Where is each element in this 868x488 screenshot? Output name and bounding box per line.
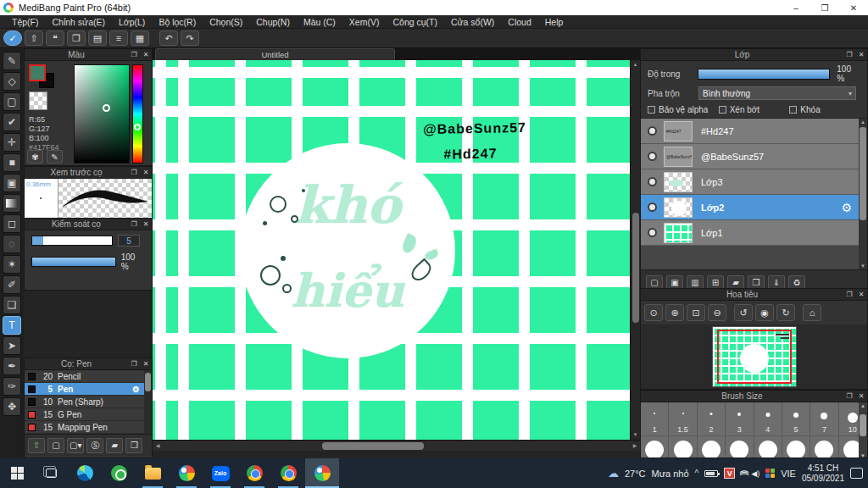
scroll-down-icon[interactable]: ▼ [859, 263, 867, 269]
brush-size-5[interactable]: 5 [782, 402, 810, 436]
defender-icon[interactable] [765, 469, 775, 478]
layer-row-hd247[interactable]: #Hd247 #Hd247 [641, 119, 867, 144]
operation-tool-icon[interactable]: ✔ [3, 113, 21, 131]
task-view-button[interactable] [34, 458, 68, 488]
taskbar-file-explorer[interactable] [136, 458, 170, 488]
menu-tools[interactable]: Công cụ(T) [386, 17, 444, 27]
scrollbar-thumb[interactable] [860, 414, 866, 436]
brush-row-pen-sharp[interactable]: 10 Pen (Sharp) [25, 396, 152, 408]
close-panel-icon[interactable]: ✕ [140, 51, 152, 58]
brush-list-scrollbar[interactable] [144, 370, 152, 434]
brush-size-3[interactable]: 3 [726, 402, 754, 436]
popout-icon[interactable]: ❐ [843, 291, 855, 298]
publish-icon[interactable]: ⇧ [25, 30, 43, 46]
brush-size-1[interactable]: 1 [641, 402, 669, 436]
menu-color[interactable]: Màu (C) [297, 17, 342, 27]
layer-row-lop3[interactable]: Lớp3 [641, 169, 867, 195]
close-panel-icon[interactable]: ✕ [855, 51, 867, 58]
saturation-value-picker[interactable] [74, 64, 130, 164]
script-brush-icon[interactable]: Ⓢ [86, 438, 103, 453]
brush-row-pen[interactable]: 5 Pen ⚙ [25, 383, 152, 396]
scroll-down-icon[interactable]: ▼ [631, 430, 640, 440]
menu-edit[interactable]: Chỉnh sửa(E) [46, 17, 112, 27]
brush-folder-icon[interactable]: ▰ [106, 438, 123, 453]
brush-size-2[interactable]: 2 [698, 402, 726, 436]
menu-view[interactable]: Xem(V) [342, 17, 387, 27]
brush-size-scrollbar[interactable]: ▲ ▼ [859, 402, 867, 458]
text-tool-icon[interactable]: T [3, 316, 21, 335]
layer-row-lop1[interactable]: Lớp1 [641, 220, 867, 246]
hand-tool-icon[interactable]: ✥ [3, 397, 21, 416]
menu-snap[interactable]: Chụp(N) [249, 17, 297, 27]
bucket-tool-icon[interactable]: ▣ [3, 174, 21, 192]
blend-mode-select[interactable]: Bình thường ▾ [698, 86, 856, 100]
popout-icon[interactable]: ❐ [128, 220, 140, 228]
zoom-tool-icon[interactable]: ⊙ [644, 304, 663, 321]
menu-help[interactable]: Help [538, 17, 570, 27]
move-tool-icon[interactable]: ✛ [3, 133, 21, 152]
canvas-viewport[interactable]: khó hiểu @BabeSunz57 #Hd247 [153, 60, 630, 440]
scrollbar-thumb[interactable] [632, 213, 639, 323]
zoom-out-icon[interactable]: ⊖ [708, 304, 726, 321]
brush-size-7[interactable]: 7 [810, 402, 838, 436]
weather-temp[interactable]: 27°C [625, 469, 646, 479]
wifi-icon[interactable]: ))) [738, 471, 748, 475]
layer-opacity-slider[interactable] [698, 69, 830, 80]
popout-icon[interactable]: ❐ [128, 51, 140, 58]
unikey-icon[interactable]: V [724, 468, 735, 479]
protect-alpha-checkbox[interactable]: Bảo vệ alpha [648, 105, 719, 114]
shape-tool-icon[interactable]: ▢ [3, 92, 21, 111]
start-button[interactable] [0, 458, 34, 488]
popout-icon[interactable]: ❐ [843, 392, 855, 400]
navigator-view-rect[interactable] [717, 330, 792, 384]
layer-row-lop2[interactable]: Lớp2 ⚙ [641, 195, 867, 220]
brush-size-row2-cell[interactable] [641, 436, 669, 458]
material-grid-icon[interactable]: ▦ [131, 30, 149, 46]
layer-list-scrollbar[interactable]: ▲ ▼ [859, 119, 867, 269]
edit-palette-icon[interactable]: ✎ [47, 150, 63, 164]
layer-visibility-icon[interactable] [648, 126, 657, 136]
scrollbar-thumb[interactable] [860, 127, 866, 220]
layer-row-babesunz[interactable]: @BabeSunz57 @BabeSunz57 [641, 144, 867, 169]
eyedropper-tool-icon[interactable]: ✒ [3, 357, 21, 375]
popout-icon[interactable]: ❐ [128, 169, 140, 176]
navigator-thumbnail[interactable] [712, 326, 797, 387]
scrollbar-thumb[interactable] [145, 373, 151, 391]
taskbar-coccoc[interactable] [102, 458, 136, 488]
transparent-color-swatch[interactable] [29, 92, 47, 110]
canvas-vertical-scrollbar[interactable]: ▲ ▼ [630, 60, 640, 440]
close-panel-icon[interactable]: ✕ [140, 169, 152, 176]
brush-row-g-pen[interactable]: 15 G Pen [25, 408, 152, 421]
battery-icon[interactable] [704, 470, 718, 477]
reset-rotation-icon[interactable]: ◉ [755, 304, 774, 321]
popout-icon[interactable]: ❐ [843, 51, 855, 58]
menu-filter[interactable]: Bộ lọc(R) [152, 17, 203, 27]
taskbar-medibang-active[interactable] [305, 458, 339, 488]
control-tool-icon[interactable]: ➤ [3, 336, 21, 355]
notification-center-icon[interactable] [850, 468, 863, 479]
brush-size-row2-cell[interactable] [698, 436, 726, 458]
scroll-left-icon[interactable]: ◀ [153, 441, 163, 452]
scroll-up-icon[interactable]: ▲ [859, 403, 867, 408]
popout-icon[interactable]: ❐ [128, 360, 140, 368]
select-pen-tool-icon[interactable]: ✐ [3, 275, 21, 294]
palette-icon[interactable]: ✾ [27, 150, 43, 164]
close-panel-icon[interactable]: ✕ [140, 360, 152, 368]
brush-row-pencil[interactable]: 20 Pencil [25, 370, 152, 383]
brush-opacity-slider[interactable] [31, 257, 116, 267]
gradient-tool-icon[interactable] [3, 194, 21, 213]
clipping-checkbox[interactable]: Xén bớt [719, 105, 790, 114]
zoom-in-icon[interactable]: ⊕ [665, 304, 684, 321]
brush-size-slider[interactable] [31, 236, 113, 246]
undo-icon[interactable]: ↶ [159, 30, 178, 46]
hue-marker[interactable] [134, 124, 141, 130]
brush-size-row2-cell[interactable] [810, 436, 838, 458]
tray-expand-icon[interactable]: ^ [695, 469, 699, 478]
brush-size-row2-cell[interactable] [726, 436, 754, 458]
menu-window[interactable]: Cửa sổ(W) [444, 17, 501, 27]
fill-rect-tool-icon[interactable]: ■ [3, 153, 21, 172]
close-panel-icon[interactable]: ✕ [855, 291, 867, 298]
lock-checkbox[interactable]: Khóa [789, 105, 860, 114]
upload-brush-icon[interactable]: ⇧ [28, 438, 45, 453]
brush-size-value[interactable]: 5 [118, 235, 140, 247]
